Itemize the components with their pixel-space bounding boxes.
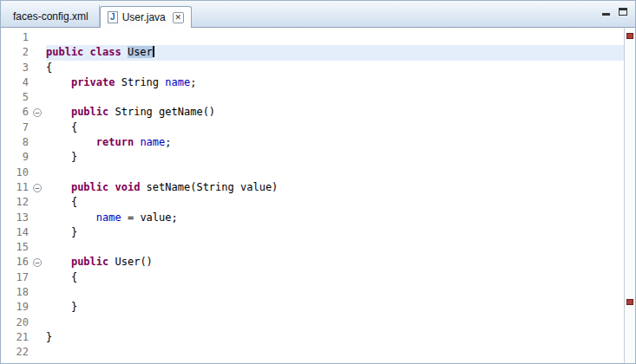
code-text[interactable]: } — [46, 330, 624, 345]
code-line: 18 — [1, 285, 624, 300]
tab-user-java[interactable]: J User.java ✕ — [100, 6, 192, 28]
line-number: 4 — [1, 75, 33, 90]
line-number: 20 — [1, 315, 33, 330]
line-number: 12 — [1, 195, 33, 210]
fold-gutter — [33, 240, 46, 255]
code-text[interactable]: public String getName() — [46, 105, 624, 120]
fold-gutter — [33, 135, 46, 150]
code-segment: public — [71, 256, 108, 268]
minimize-icon[interactable] — [600, 6, 612, 16]
code-text[interactable] — [46, 166, 624, 180]
fold-gutter — [33, 30, 46, 45]
tab-label: User.java — [122, 11, 166, 23]
code-text[interactable]: return name; — [46, 135, 624, 150]
close-tab-icon[interactable]: ✕ — [173, 12, 184, 23]
line-number: 3 — [1, 61, 33, 75]
fold-collapse-icon[interactable]: − — [33, 105, 46, 120]
line-number: 9 — [1, 150, 33, 165]
code-segment: String getName() — [108, 106, 215, 118]
editor-window: faces-config.xml J User.java ✕ 12public … — [0, 0, 636, 364]
code-text[interactable]: name = value; — [46, 211, 624, 225]
code-text[interactable] — [46, 30, 624, 45]
code-line: 4 private String name; — [1, 75, 624, 90]
code-line: 16− public User() — [1, 255, 624, 270]
code-line: 10 — [1, 166, 624, 180]
line-number: 6 — [1, 105, 33, 120]
code-segment: { — [46, 121, 77, 133]
code-text[interactable]: private String name; — [46, 75, 624, 90]
selected-text: User — [128, 46, 153, 58]
code-text[interactable]: } — [46, 300, 624, 315]
code-segment: { — [46, 62, 52, 74]
code-line: 7 { — [1, 120, 624, 135]
code-line: 19 } — [1, 300, 624, 315]
code-segment — [46, 211, 96, 224]
maximize-icon[interactable] — [617, 6, 628, 16]
code-text[interactable]: { — [46, 120, 624, 135]
fold-gutter — [33, 330, 46, 345]
code-text[interactable] — [46, 345, 624, 360]
code-line: 22 — [1, 345, 624, 360]
code-segment: } — [46, 226, 77, 238]
line-number: 22 — [1, 345, 33, 360]
code-segment — [46, 106, 71, 118]
line-number: 11 — [1, 180, 33, 195]
window-controls — [600, 6, 628, 16]
code-line: 9 } — [1, 150, 624, 165]
fold-gutter — [33, 45, 46, 60]
code-segment: User() — [108, 256, 153, 268]
fold-gutter — [33, 315, 46, 330]
line-number: 1 — [1, 30, 33, 45]
code-text[interactable] — [46, 285, 624, 300]
code-segment: { — [46, 271, 77, 283]
line-number: 7 — [1, 120, 33, 135]
code-text[interactable]: } — [46, 225, 624, 240]
code-text[interactable]: public class User — [46, 45, 624, 60]
line-number: 13 — [1, 211, 33, 225]
text-cursor — [153, 46, 154, 57]
code-segment: return — [96, 136, 134, 148]
code-text[interactable]: { — [46, 270, 624, 285]
code-line: 20 — [1, 315, 624, 330]
code-line: 2public class User — [1, 45, 624, 60]
line-number: 15 — [1, 240, 33, 255]
code-text[interactable] — [46, 240, 624, 255]
code-segment: String — [115, 76, 165, 88]
fold-gutter — [33, 150, 46, 165]
code-segment: } — [46, 331, 52, 343]
code-segment: public class — [46, 46, 128, 58]
code-segment: ; — [165, 136, 171, 148]
code-line: 5 — [1, 90, 624, 105]
fold-gutter — [33, 270, 46, 285]
code-segment: setName(String value) — [140, 181, 278, 193]
code-text[interactable] — [46, 315, 624, 330]
code-segment: = value; — [121, 211, 178, 224]
line-number: 10 — [1, 166, 33, 180]
code-segment — [46, 181, 71, 193]
line-number: 16 — [1, 255, 33, 270]
tab-faces-config-xml[interactable]: faces-config.xml — [3, 5, 100, 27]
code-lines[interactable]: 12public class User3{4 private String na… — [1, 28, 624, 363]
occurrence-marker[interactable] — [626, 33, 633, 39]
line-number: 18 — [1, 285, 33, 300]
code-text[interactable]: { — [46, 195, 624, 210]
code-text[interactable]: } — [46, 150, 624, 165]
code-line: 15 — [1, 240, 624, 255]
line-number: 17 — [1, 270, 33, 285]
code-line: 8 return name; — [1, 135, 624, 150]
code-line: 12 { — [1, 195, 624, 210]
code-text[interactable]: public void setName(String value) — [46, 180, 624, 195]
line-number: 19 — [1, 300, 33, 315]
fold-collapse-icon[interactable]: − — [33, 255, 46, 270]
code-segment: { — [46, 196, 77, 208]
fold-collapse-icon[interactable]: − — [33, 180, 46, 195]
occurrence-marker[interactable] — [626, 299, 633, 305]
code-text[interactable] — [46, 90, 624, 105]
fold-gutter — [33, 166, 46, 180]
overview-ruler — [624, 28, 635, 363]
code-editor[interactable]: 12public class User3{4 private String na… — [1, 28, 635, 363]
code-text[interactable]: { — [46, 61, 624, 75]
code-text[interactable]: public User() — [46, 255, 624, 270]
code-line: 13 name = value; — [1, 211, 624, 225]
fold-gutter — [33, 75, 46, 90]
